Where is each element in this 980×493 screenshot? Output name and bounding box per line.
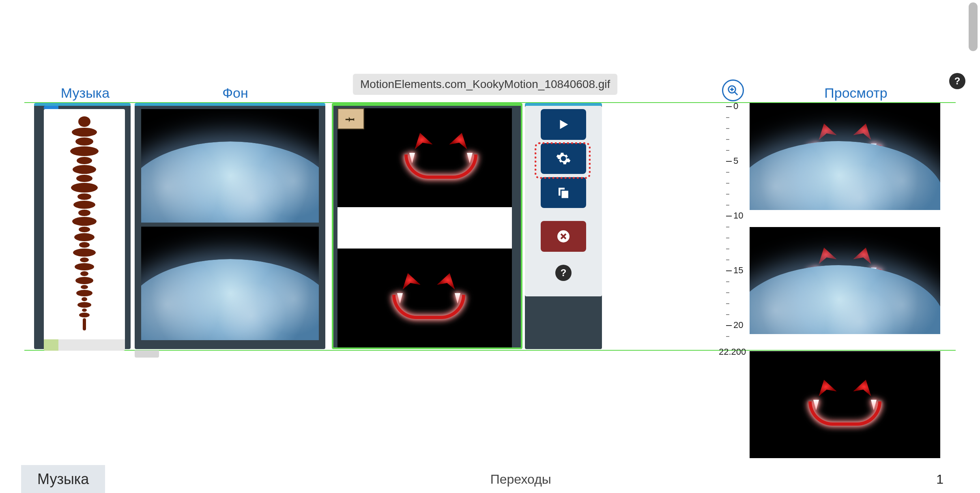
preview-column bbox=[750, 103, 940, 458]
ruler-tick-label: 10 bbox=[733, 210, 743, 221]
ruler-tick-label: 5 bbox=[733, 156, 738, 166]
bg-thumbnail-2[interactable] bbox=[141, 227, 319, 340]
clip-tooltip: MotionElements.com_KookyMotion_10840608.… bbox=[353, 74, 617, 95]
bottom-tab-music[interactable]: Музыка bbox=[21, 465, 105, 493]
delete-button[interactable] bbox=[541, 221, 586, 252]
duplicate-icon bbox=[556, 185, 571, 200]
column-label-background: Фон bbox=[195, 85, 276, 101]
track-panel-music[interactable] bbox=[34, 103, 131, 349]
page-number: 1 bbox=[936, 472, 964, 487]
ruler-tick-label: 20 bbox=[733, 320, 743, 330]
waveform-container[interactable] bbox=[44, 109, 125, 339]
music-progress-marker bbox=[44, 106, 58, 109]
bg-panel-scroll-handle[interactable] bbox=[135, 350, 159, 358]
music-panel-footer bbox=[44, 339, 125, 351]
bottom-bar: Музыка Переходы 1 bbox=[21, 465, 964, 493]
question-icon: ? bbox=[561, 267, 567, 279]
play-button[interactable] bbox=[541, 109, 586, 140]
close-circle-icon bbox=[556, 229, 571, 244]
svg-line-1 bbox=[735, 92, 738, 95]
pin-icon bbox=[345, 113, 357, 124]
pin-button[interactable] bbox=[337, 108, 364, 129]
zoom-in-icon bbox=[727, 84, 739, 96]
bottom-transitions-label[interactable]: Переходы bbox=[105, 472, 936, 487]
time-ruler[interactable]: 0 5 10 15 20 22.200 bbox=[726, 103, 744, 354]
duplicate-button[interactable] bbox=[541, 177, 586, 208]
clip-toolbar-panel: ? bbox=[525, 103, 602, 349]
play-icon bbox=[557, 118, 570, 131]
bg-thumbnail-1[interactable] bbox=[141, 109, 319, 223]
zoom-in-button[interactable] bbox=[722, 79, 744, 101]
column-label-preview: Просмотр bbox=[795, 85, 917, 101]
page-scrollbar[interactable] bbox=[969, 2, 978, 51]
gear-icon bbox=[556, 151, 571, 166]
ruler-end-label: 22.200 bbox=[719, 347, 746, 357]
track-panel-background[interactable] bbox=[135, 103, 325, 349]
ruler-tick-label: 0 bbox=[733, 101, 738, 111]
ruler-tick-label: 15 bbox=[733, 265, 743, 276]
preview-frame-1[interactable] bbox=[750, 103, 940, 210]
question-icon: ? bbox=[954, 75, 961, 87]
audio-waveform bbox=[68, 116, 101, 332]
preview-frame-3[interactable] bbox=[750, 351, 940, 458]
clip-gap bbox=[337, 207, 512, 249]
preview-frame-2[interactable] bbox=[750, 227, 940, 334]
toolbar-help-button[interactable]: ? bbox=[555, 265, 572, 281]
settings-button[interactable] bbox=[541, 143, 586, 174]
column-label-music: Музыка bbox=[41, 85, 130, 101]
page-help-button[interactable]: ? bbox=[949, 73, 965, 89]
track-panel-selected-clip[interactable] bbox=[332, 103, 522, 349]
clip-thumbnail-2[interactable] bbox=[337, 249, 512, 347]
